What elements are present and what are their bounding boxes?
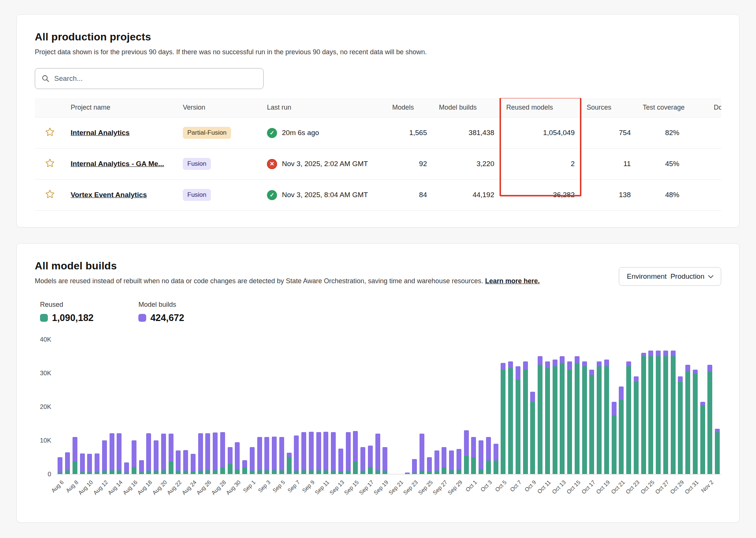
bar-sep-8[interactable] [300,340,308,474]
bar-oct-9[interactable]: Oct 9 [529,340,537,474]
stacked-bar[interactable] [264,437,269,474]
bar-aug-26[interactable]: Aug 26 [204,340,212,474]
stacked-bar[interactable] [471,437,476,474]
stacked-bar[interactable] [80,453,85,474]
table-row[interactable]: Internal Analytics - GA Me... Fusion ✕No… [35,149,721,180]
bar-sep-11[interactable]: Sep 11 [322,340,330,474]
stacked-bar[interactable] [464,430,469,474]
stacked-bar[interactable] [494,444,498,474]
favorite-star-icon[interactable] [45,127,55,137]
stacked-bar[interactable] [353,431,358,474]
stacked-bar[interactable] [154,440,159,474]
table-row[interactable]: Internal Analytics Partial-Fusion ✓20m 6… [35,117,721,149]
bar-oct-17[interactable]: Oct 17 [588,340,596,474]
bar-aug-23[interactable] [182,340,190,474]
bar-sep-20[interactable] [389,340,396,474]
bar-sep-18[interactable] [374,340,381,474]
bar-sep-29[interactable]: Sep 29 [455,340,463,474]
stacked-bar[interactable] [449,450,454,474]
stacked-bar[interactable] [656,351,661,474]
bar-aug-31[interactable] [241,340,249,474]
bar-aug-25[interactable] [197,340,204,474]
environment-dropdown[interactable]: Environment Production [619,267,721,286]
stacked-bar[interactable] [183,450,188,474]
stacked-bar[interactable] [612,402,617,474]
bar-aug-20[interactable]: Aug 20 [160,340,168,474]
stacked-bar[interactable] [442,447,446,474]
bar-sep-9[interactable]: Sep 9 [308,340,315,474]
bar-oct-2[interactable] [477,340,485,474]
bar-aug-27[interactable] [212,340,219,474]
stacked-bar[interactable] [117,433,122,474]
stacked-bar[interactable] [279,437,284,474]
stacked-bar[interactable] [589,370,594,474]
stacked-bar[interactable] [257,437,262,474]
stacked-bar[interactable] [102,440,107,474]
stacked-bar[interactable] [191,454,196,474]
favorite-star-icon[interactable] [45,189,55,199]
stacked-bar[interactable] [95,453,99,474]
bar-oct-16[interactable] [581,340,588,474]
stacked-bar[interactable] [663,351,668,474]
bar-aug-13[interactable] [108,340,116,474]
search-input[interactable] [54,74,256,83]
bar-aug-11[interactable] [93,340,101,474]
bar-oct-1[interactable]: Oct 1 [470,340,477,474]
bar-aug-8[interactable]: Aug 8 [71,340,79,474]
bar-oct-31[interactable]: Oct 31 [692,340,699,474]
bar-aug-24[interactable]: Aug 24 [190,340,197,474]
stacked-bar[interactable] [124,462,129,474]
stacked-bar[interactable] [575,356,580,474]
bar-aug-10[interactable]: Aug 10 [86,340,93,474]
bar-sep-17[interactable]: Sep 17 [367,340,374,474]
bar-aug-29[interactable] [226,340,234,474]
stacked-bar[interactable] [434,450,439,474]
stacked-bar[interactable] [567,361,572,474]
bar-nov-2[interactable]: Nov 2 [706,340,714,474]
bar-oct-7[interactable]: Oct 7 [514,340,522,474]
project-name-link[interactable]: Vortex Event Analytics [71,191,147,199]
stacked-bar[interactable] [58,457,62,474]
bar-aug-9[interactable] [79,340,86,474]
stacked-bar[interactable] [220,432,225,474]
bar-nov-1[interactable] [699,340,706,474]
stacked-bar[interactable] [198,433,203,474]
stacked-bar[interactable] [287,453,292,474]
bar-aug-21[interactable] [167,340,175,474]
stacked-bar[interactable] [272,437,277,474]
bar-sep-15[interactable]: Sep 15 [352,340,359,474]
bar-oct-4[interactable] [492,340,500,474]
learn-more-link[interactable]: Learn more here. [485,277,540,285]
bar-oct-12[interactable] [551,340,559,474]
project-name-link[interactable]: Internal Analytics - GA Me... [71,160,164,168]
bar-aug-16[interactable]: Aug 16 [130,340,138,474]
stacked-bar[interactable] [457,449,461,474]
bar-sep-1[interactable]: Sep 1 [249,340,256,474]
stacked-bar[interactable] [228,447,233,474]
bar-oct-3[interactable]: Oct 3 [485,340,492,474]
stacked-bar[interactable] [294,435,299,474]
favorite-star-icon[interactable] [45,158,55,168]
bar-oct-28[interactable] [669,340,677,474]
bar-aug-12[interactable]: Aug 12 [101,340,108,474]
bar-oct-21[interactable]: Oct 21 [618,340,625,474]
bar-oct-6[interactable] [507,340,514,474]
stacked-bar[interactable] [626,361,631,474]
stacked-bar[interactable] [73,437,77,474]
bar-sep-16[interactable] [359,340,367,474]
stacked-bar[interactable] [582,361,587,474]
stacked-bar[interactable] [604,360,609,474]
stacked-bar[interactable] [301,432,306,474]
bar-oct-20[interactable] [610,340,618,474]
bar-sep-22[interactable] [403,340,411,474]
stacked-bar[interactable] [338,449,343,474]
stacked-bar[interactable] [420,434,424,474]
table-row[interactable]: Vortex Event Analytics Fusion ✓Nov 3, 20… [35,180,721,211]
bar-aug-28[interactable]: Aug 28 [219,340,227,474]
stacked-bar[interactable] [176,450,181,474]
stacked-bar[interactable] [375,434,380,474]
bar-sep-28[interactable] [448,340,455,474]
stacked-bar[interactable] [242,460,247,474]
bar-oct-10[interactable] [537,340,544,474]
stacked-bar[interactable] [553,360,557,474]
